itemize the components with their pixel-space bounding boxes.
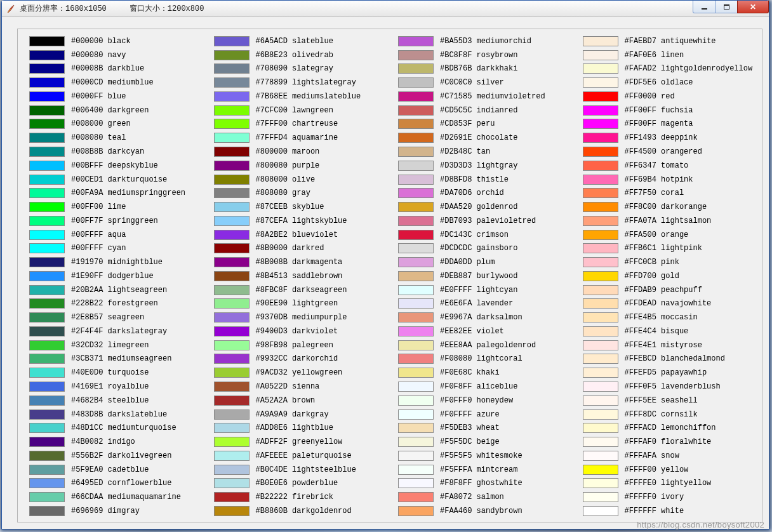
color-swatch[interactable] (29, 451, 65, 461)
color-swatch[interactable] (214, 161, 250, 171)
color-swatch[interactable] (398, 216, 434, 226)
color-swatch[interactable] (29, 257, 65, 267)
color-swatch[interactable] (29, 63, 65, 74)
color-swatch[interactable] (583, 243, 618, 253)
color-swatch[interactable] (583, 368, 618, 378)
color-swatch[interactable] (583, 119, 618, 129)
color-swatch[interactable] (29, 77, 65, 88)
color-swatch[interactable] (214, 50, 250, 60)
color-swatch[interactable] (583, 382, 618, 392)
color-swatch[interactable] (583, 354, 618, 364)
color-swatch[interactable] (29, 216, 65, 226)
color-swatch[interactable] (29, 312, 65, 323)
color-swatch[interactable] (214, 63, 250, 74)
color-swatch[interactable] (29, 230, 65, 240)
color-swatch[interactable] (29, 50, 65, 60)
color-swatch[interactable] (583, 423, 618, 433)
color-swatch[interactable] (214, 271, 250, 281)
color-swatch[interactable] (398, 271, 434, 281)
color-swatch[interactable] (583, 91, 618, 102)
color-swatch[interactable] (29, 147, 65, 157)
color-swatch[interactable] (583, 478, 618, 488)
color-swatch[interactable] (214, 175, 250, 185)
color-swatch[interactable] (214, 354, 250, 364)
color-swatch[interactable] (214, 396, 250, 406)
color-swatch[interactable] (214, 147, 250, 157)
close-button[interactable]: ✕ (737, 1, 769, 13)
color-swatch[interactable] (214, 492, 250, 502)
color-swatch[interactable] (583, 36, 618, 46)
color-swatch[interactable] (29, 492, 65, 502)
color-swatch[interactable] (583, 63, 618, 74)
color-swatch[interactable] (398, 188, 434, 198)
color-swatch[interactable] (583, 147, 618, 157)
color-swatch[interactable] (214, 77, 250, 88)
color-swatch[interactable] (214, 216, 250, 226)
color-swatch[interactable] (583, 216, 618, 226)
color-swatch[interactable] (29, 423, 65, 433)
color-swatch[interactable] (214, 119, 250, 129)
color-swatch[interactable] (29, 91, 65, 102)
color-swatch[interactable] (29, 326, 65, 336)
color-swatch[interactable] (214, 285, 250, 295)
color-swatch[interactable] (29, 478, 65, 488)
color-swatch[interactable] (398, 368, 434, 378)
color-swatch[interactable] (214, 257, 250, 267)
color-swatch[interactable] (29, 340, 65, 350)
color-swatch[interactable] (583, 188, 618, 198)
color-swatch[interactable] (29, 285, 65, 295)
color-swatch[interactable] (214, 340, 250, 350)
color-swatch[interactable] (29, 437, 65, 447)
color-swatch[interactable] (398, 423, 434, 433)
color-swatch[interactable] (583, 202, 618, 212)
color-swatch[interactable] (583, 298, 618, 309)
color-swatch[interactable] (583, 175, 618, 185)
color-swatch[interactable] (583, 285, 618, 295)
color-swatch[interactable] (583, 340, 618, 350)
color-swatch[interactable] (583, 133, 618, 143)
title-bar[interactable]: 桌面分辨率：1680x1050 窗口大小：1200x800 ✕ (2, 1, 769, 17)
color-swatch[interactable] (29, 202, 65, 212)
color-swatch[interactable] (29, 465, 65, 475)
color-swatch[interactable] (398, 161, 434, 171)
color-swatch[interactable] (29, 119, 65, 129)
color-swatch[interactable] (398, 382, 434, 392)
color-swatch[interactable] (398, 340, 434, 350)
color-swatch[interactable] (214, 326, 250, 336)
color-swatch[interactable] (398, 326, 434, 336)
color-swatch[interactable] (214, 243, 250, 253)
color-swatch[interactable] (29, 409, 65, 420)
color-swatch[interactable] (214, 105, 250, 116)
color-swatch[interactable] (214, 478, 250, 488)
color-swatch[interactable] (398, 257, 434, 267)
color-swatch[interactable] (398, 409, 434, 420)
color-swatch[interactable] (398, 36, 434, 46)
color-swatch[interactable] (214, 437, 250, 447)
color-swatch[interactable] (398, 230, 434, 240)
color-swatch[interactable] (398, 243, 434, 253)
color-swatch[interactable] (214, 91, 250, 102)
color-swatch[interactable] (398, 478, 434, 488)
color-swatch[interactable] (398, 147, 434, 157)
color-swatch[interactable] (29, 175, 65, 185)
color-swatch[interactable] (214, 368, 250, 378)
color-swatch[interactable] (583, 437, 618, 447)
color-swatch[interactable] (398, 354, 434, 364)
color-swatch[interactable] (214, 423, 250, 433)
color-swatch[interactable] (583, 105, 618, 116)
color-swatch[interactable] (29, 36, 65, 46)
color-swatch[interactable] (29, 298, 65, 309)
color-swatch[interactable] (583, 257, 618, 267)
color-swatch[interactable] (583, 271, 618, 281)
color-swatch[interactable] (214, 188, 250, 198)
color-swatch[interactable] (583, 50, 618, 60)
color-swatch[interactable] (29, 105, 65, 116)
maximize-button[interactable] (715, 1, 738, 13)
color-swatch[interactable] (214, 36, 250, 46)
color-swatch[interactable] (214, 382, 250, 392)
color-swatch[interactable] (583, 312, 618, 323)
color-swatch[interactable] (398, 133, 434, 143)
color-swatch[interactable] (29, 396, 65, 406)
color-swatch[interactable] (29, 271, 65, 281)
color-swatch[interactable] (398, 396, 434, 406)
